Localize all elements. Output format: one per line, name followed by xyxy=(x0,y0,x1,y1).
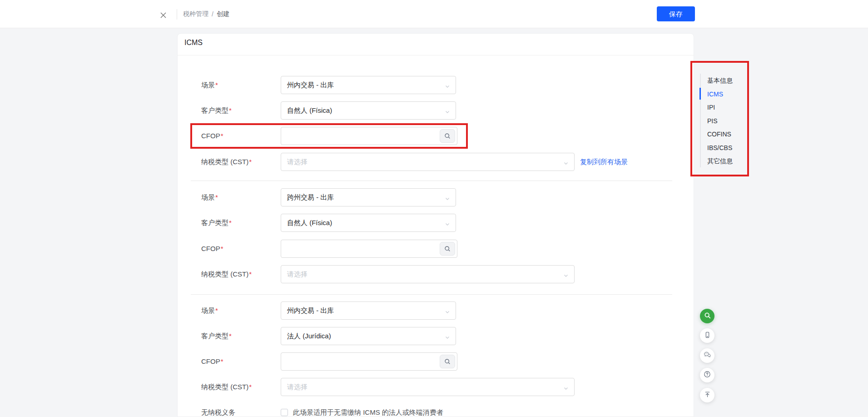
search-button[interactable] xyxy=(440,355,455,368)
cfop-label: CFOP* xyxy=(201,127,223,145)
cst-label: 纳税类型 (CST)* xyxy=(201,153,252,171)
anchor-nav: 基本信息 ICMS IPI PIS COFINS IBS/CBS 其它信息 xyxy=(707,74,733,168)
close-icon[interactable] xyxy=(158,10,168,20)
scene-row: 场景* 州内交易 - 出库 xyxy=(0,301,868,320)
customer-type-label: 客户类型* xyxy=(201,327,232,345)
section-title-divider xyxy=(178,55,694,55)
breadcrumb-current: 创建 xyxy=(217,10,229,18)
search-button[interactable] xyxy=(440,242,455,256)
float-search-button[interactable] xyxy=(700,309,714,323)
scene-row: 场景* 跨州交易 - 出库 xyxy=(0,188,868,206)
breadcrumb-parent[interactable]: 税种管理 xyxy=(183,10,208,18)
customer-type-select[interactable]: 法人 (Jurídica) xyxy=(281,327,456,345)
save-button[interactable]: 保存 xyxy=(657,6,695,21)
cst-select[interactable]: 请选择 xyxy=(281,378,575,396)
cst-select-placeholder: 请选择 xyxy=(287,153,308,171)
scene-select-value: 州内交易 - 出库 xyxy=(287,302,334,319)
cfop-input-wrap xyxy=(281,352,457,371)
customer-type-label: 客户类型* xyxy=(201,101,232,120)
customer-type-label: 客户类型* xyxy=(201,214,232,232)
chevron-down-icon xyxy=(563,160,569,168)
float-chat-button[interactable] xyxy=(700,348,714,363)
required-mark: * xyxy=(221,245,223,252)
tax-create-page: 税种管理 / 创建 保存 ICMS 场景* 州内交易 - 出库 客户类型* 自然… xyxy=(0,0,868,417)
cfop-input[interactable] xyxy=(281,353,457,370)
float-help-button[interactable] xyxy=(700,368,714,382)
nav-item-cofins[interactable]: COFINS xyxy=(707,128,733,141)
nav-item-ibs-cbs[interactable]: IBS/CBS xyxy=(707,141,733,155)
nav-item-basic-info[interactable]: 基本信息 xyxy=(707,74,733,88)
customer-type-select[interactable]: 自然人 (Física) xyxy=(281,101,456,120)
chevron-down-icon xyxy=(445,83,450,91)
customer-type-row: 客户类型* 自然人 (Física) xyxy=(0,101,868,120)
required-mark: * xyxy=(215,306,218,314)
customer-type-row: 客户类型* 自然人 (Física) xyxy=(0,214,868,232)
copy-to-all-scenes-link[interactable]: 复制到所有场景 xyxy=(580,153,628,171)
required-mark: * xyxy=(221,132,223,140)
required-mark: * xyxy=(215,81,218,89)
float-back-to-top-button[interactable] xyxy=(700,388,714,402)
cst-row: 纳税类型 (CST)* 请选择 xyxy=(0,265,868,283)
back-to-top-icon xyxy=(704,391,711,400)
question-icon xyxy=(703,370,711,380)
nav-item-ipi[interactable]: IPI xyxy=(707,101,733,115)
scene-label: 场景* xyxy=(201,188,218,206)
customer-type-row: 客户类型* 法人 (Jurídica) xyxy=(0,327,868,345)
cfop-input[interactable] xyxy=(281,127,457,145)
scene-select-value: 跨州交易 - 出库 xyxy=(287,189,334,206)
required-mark: * xyxy=(221,357,223,365)
breadcrumb: 税种管理 / 创建 xyxy=(183,0,229,28)
anchor-active-indicator xyxy=(699,88,701,100)
nav-item-icms[interactable]: ICMS xyxy=(707,88,733,101)
scene-label: 场景* xyxy=(201,76,218,94)
search-icon xyxy=(704,311,711,321)
chevron-down-icon xyxy=(445,334,450,342)
customer-type-select[interactable]: 自然人 (Física) xyxy=(281,214,456,232)
chevron-down-icon xyxy=(445,108,450,116)
search-button[interactable] xyxy=(440,129,455,143)
group-divider xyxy=(191,294,672,295)
cst-select[interactable]: 请选择 xyxy=(281,153,575,171)
no-tax-checkbox-text[interactable]: 此场景适用于无需缴纳 ICMS 的法人或终端消费者 xyxy=(293,403,443,417)
chat-icon xyxy=(703,351,711,361)
scene-select[interactable]: 跨州交易 - 出库 xyxy=(281,188,456,206)
no-tax-label: 无纳税义务 xyxy=(201,403,235,417)
required-mark: * xyxy=(249,158,252,166)
chevron-down-icon xyxy=(563,272,569,280)
scene-label: 场景* xyxy=(201,301,218,320)
float-mobile-button[interactable] xyxy=(700,328,714,343)
cfop-input-wrap xyxy=(281,240,457,258)
required-mark: * xyxy=(249,270,252,278)
nav-item-pis[interactable]: PIS xyxy=(707,115,733,128)
breadcrumb-separator: / xyxy=(212,10,213,18)
cfop-input-wrap xyxy=(281,127,457,145)
no-tax-row: 无纳税义务 此场景适用于无需缴纳 ICMS 的法人或终端消费者 xyxy=(0,403,868,417)
cfop-row: CFOP* xyxy=(0,127,868,145)
scene-select[interactable]: 州内交易 - 出库 xyxy=(281,76,456,94)
customer-type-select-value: 自然人 (Física) xyxy=(287,214,332,231)
cst-select-placeholder: 请选择 xyxy=(287,266,308,283)
group-divider xyxy=(191,181,672,181)
header-divider xyxy=(177,9,177,20)
no-tax-checkbox[interactable] xyxy=(281,409,288,416)
header-bar: 税种管理 / 创建 保存 xyxy=(0,0,868,28)
cfop-input[interactable] xyxy=(281,240,457,257)
required-mark: * xyxy=(229,219,232,226)
chevron-down-icon xyxy=(445,308,450,317)
scene-select[interactable]: 州内交易 - 出库 xyxy=(281,301,456,320)
cst-label: 纳税类型 (CST)* xyxy=(201,265,252,283)
customer-type-select-value: 自然人 (Física) xyxy=(287,102,332,119)
cst-select-placeholder: 请选择 xyxy=(287,378,308,396)
cst-row: 纳税类型 (CST)* 请选择 复制到所有场景 xyxy=(0,153,868,171)
cst-row: 纳税类型 (CST)* 请选择 xyxy=(0,378,868,396)
section-title: ICMS xyxy=(184,39,203,47)
cfop-row: CFOP* xyxy=(0,240,868,258)
required-mark: * xyxy=(229,106,232,114)
cst-select[interactable]: 请选择 xyxy=(281,265,575,283)
customer-type-select-value: 法人 (Jurídica) xyxy=(287,327,331,345)
scene-row: 场景* 州内交易 - 出库 xyxy=(0,76,868,94)
chevron-down-icon xyxy=(563,385,569,393)
required-mark: * xyxy=(249,383,252,391)
chevron-down-icon xyxy=(445,195,450,203)
nav-item-other-info[interactable]: 其它信息 xyxy=(707,155,733,168)
